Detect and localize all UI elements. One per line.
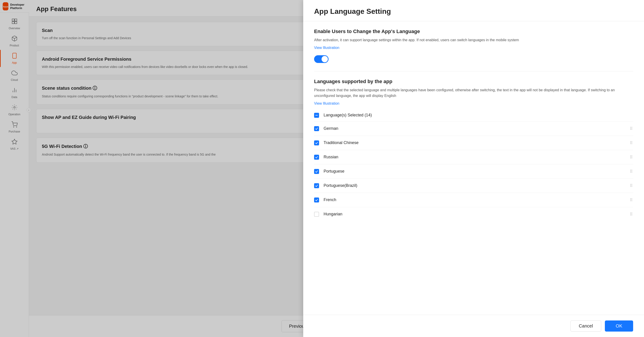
- lang-header-label: Language(s) Selected (14): [324, 113, 372, 118]
- checkbox-german[interactable]: [314, 126, 319, 131]
- lang-row-trad-chinese: Traditional Chinese ⠿: [314, 136, 633, 150]
- lang-header-row: Language(s) Selected (14): [314, 109, 633, 122]
- modal-body: Enable Users to Change the App's Languag…: [303, 21, 644, 315]
- modal-footer: Cancel OK: [303, 315, 644, 337]
- drag-handle-german[interactable]: ⠿: [630, 126, 633, 131]
- section-desc-enable-lang: After activation, it can support languag…: [314, 37, 633, 43]
- checkbox-hungarian[interactable]: [314, 212, 319, 217]
- drag-handle-hungarian[interactable]: ⠿: [630, 212, 633, 217]
- lang-label-french: French: [324, 197, 336, 202]
- lang-label-hungarian: Hungarian: [324, 212, 342, 216]
- lang-row-hungarian: Hungarian ⠿: [314, 207, 633, 221]
- checkbox-portuguese[interactable]: [314, 169, 319, 174]
- view-illustration-link-1[interactable]: View Illustration: [314, 46, 340, 50]
- lang-row-portuguese: Portuguese ⠿: [314, 164, 633, 179]
- drag-handle-russian[interactable]: ⠿: [630, 155, 633, 160]
- section-languages: Languages supported by the app Please ch…: [314, 79, 633, 228]
- checkbox-select-all[interactable]: [314, 113, 319, 118]
- modal-title: App Language Setting: [303, 0, 644, 21]
- section-title-languages: Languages supported by the app: [314, 79, 633, 85]
- checkbox-russian[interactable]: [314, 155, 319, 160]
- lang-label-german: German: [324, 126, 338, 131]
- section-enable-lang: Enable Users to Change the App's Languag…: [314, 29, 633, 71]
- lang-row-french: French ⠿: [314, 193, 633, 207]
- drag-handle-portuguese[interactable]: ⠿: [630, 169, 633, 174]
- lang-row-russian: Russian ⠿: [314, 150, 633, 164]
- checkbox-portuguese-brazil[interactable]: [314, 183, 319, 188]
- lang-label-trad-chinese: Traditional Chinese: [324, 140, 358, 145]
- lang-row-german: German ⠿: [314, 122, 633, 136]
- svg-rect-16: [316, 115, 318, 116]
- ok-button[interactable]: OK: [605, 320, 633, 331]
- lang-label-portuguese: Portuguese: [324, 169, 344, 174]
- lang-row-portuguese-brazil: Portuguese(Brazil) ⠿: [314, 179, 633, 193]
- drag-handle-trad-chinese[interactable]: ⠿: [630, 140, 633, 145]
- checkbox-french[interactable]: [314, 197, 319, 202]
- lang-label-russian: Russian: [324, 155, 338, 159]
- checkbox-trad-chinese[interactable]: [314, 140, 319, 145]
- modal-panel: App Language Setting Enable Users to Cha…: [303, 0, 644, 337]
- view-illustration-link-2[interactable]: View Illustration: [314, 102, 340, 106]
- lang-label-portuguese-brazil: Portuguese(Brazil): [324, 183, 357, 188]
- toggle-enable-lang[interactable]: [314, 55, 328, 63]
- section-desc-languages: Please check that the selected language …: [314, 87, 633, 99]
- drag-handle-portuguese-brazil[interactable]: ⠿: [630, 183, 633, 188]
- overlay-backdrop[interactable]: [0, 0, 303, 337]
- cancel-button[interactable]: Cancel: [570, 320, 601, 331]
- drag-handle-french[interactable]: ⠿: [630, 197, 633, 202]
- section-title-enable-lang: Enable Users to Change the App's Languag…: [314, 29, 633, 35]
